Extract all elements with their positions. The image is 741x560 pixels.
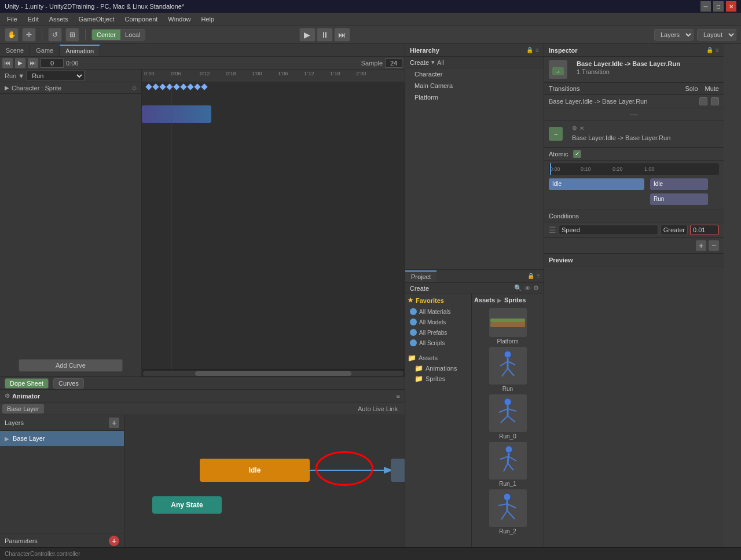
menu-help[interactable]: Help — [196, 14, 219, 24]
toolbar-hand-tool[interactable]: ✋ — [5, 28, 19, 42]
run-node[interactable]: Run — [391, 459, 405, 482]
minimize-button[interactable]: ─ — [700, 1, 711, 12]
dope-sheet-tab[interactable]: Dope Sheet — [5, 378, 49, 389]
keyframe-1[interactable] — [145, 83, 152, 90]
fav-all-materials[interactable]: All Materials — [408, 306, 469, 317]
track-options-icon[interactable]: ◇ — [132, 85, 137, 91]
anim-name-dropdown[interactable]: Run — [27, 71, 85, 81]
toolbar-rotate-tool[interactable]: ↺ — [48, 28, 62, 42]
sprite-animation-block[interactable] — [142, 105, 211, 123]
track-expand-icon[interactable]: ▶ — [5, 85, 9, 91]
menu-gameobject[interactable]: GameObject — [74, 14, 119, 24]
fav-all-scripts[interactable]: All Scripts — [408, 338, 469, 348]
menu-file[interactable]: File — [2, 14, 22, 24]
hierarchy-item-platform[interactable]: Platform — [405, 91, 544, 103]
solo-checkbox[interactable] — [699, 97, 707, 105]
menu-edit[interactable]: Edit — [23, 14, 43, 24]
curves-tab[interactable]: Curves — [53, 378, 84, 389]
transition-detail-close-icon[interactable]: ✕ — [579, 124, 584, 133]
mute-checkbox[interactable] — [711, 97, 719, 105]
toolbar-center-btn[interactable]: Center — [92, 30, 120, 40]
anim-prev-keyframe[interactable]: ⏮ — [2, 58, 13, 68]
condition-drag-handle[interactable]: ☰ — [549, 225, 556, 235]
menu-window[interactable]: Window — [163, 14, 195, 24]
keyframe-2[interactable] — [152, 83, 159, 90]
insp-run-bar[interactable]: Run — [650, 193, 708, 205]
project-settings-icon[interactable]: ⚙ — [533, 284, 539, 292]
keyframe-8[interactable] — [194, 83, 200, 90]
base-layer-tab[interactable]: Base Layer — [2, 404, 44, 413]
atomic-checkbox[interactable]: ✓ — [573, 150, 581, 158]
condition-add-button[interactable]: + — [696, 240, 706, 251]
tab-game[interactable]: Game — [30, 45, 60, 56]
play-button[interactable]: ▶ — [299, 28, 316, 42]
project-menu-icon[interactable]: ≡ — [537, 273, 540, 279]
idle-node[interactable]: Idle — [200, 459, 310, 482]
hierarchy-item-maincamera[interactable]: Main Camera — [405, 80, 544, 91]
hierarchy-item-character[interactable]: Character — [405, 68, 544, 80]
window-controls[interactable]: ─ □ ✕ — [700, 1, 736, 12]
search-icon[interactable]: 🔍 — [514, 284, 522, 292]
toolbar-center-local[interactable]: Center Local — [91, 29, 145, 41]
anim-play[interactable]: ▶ — [15, 58, 25, 68]
scroll-thumb[interactable] — [195, 371, 351, 376]
any-state-node[interactable]: Any State — [152, 496, 222, 514]
insp-playhead[interactable] — [550, 163, 551, 175]
keyframe-9[interactable] — [201, 83, 207, 90]
project-eye-icon[interactable]: 👁 — [524, 285, 531, 292]
menu-assets[interactable]: Assets — [45, 14, 73, 24]
hierarchy-all[interactable]: All — [437, 59, 444, 66]
keyframe-3[interactable] — [159, 83, 166, 90]
sprite-platform[interactable]: Platform — [486, 308, 530, 345]
keyframe-6[interactable] — [180, 83, 186, 90]
transition-detail-settings-icon[interactable]: ⚙ — [572, 124, 577, 133]
timeline-scrollbar[interactable] — [142, 369, 405, 376]
toolbar-local-btn[interactable]: Local — [120, 30, 145, 40]
tab-scene[interactable]: Scene — [0, 45, 30, 56]
sprite-run[interactable]: Run — [486, 347, 530, 392]
maximize-button[interactable]: □ — [713, 1, 724, 12]
anim-time-input[interactable] — [41, 58, 64, 68]
condition-op-dropdown[interactable]: Greater — [661, 225, 688, 235]
animations-folder[interactable]: 📁 Animations — [414, 363, 469, 374]
hierarchy-lock-icon[interactable]: 🔒 — [526, 47, 533, 53]
menu-component[interactable]: Component — [120, 14, 162, 24]
base-layer-item[interactable]: ▶ Base Layer — [0, 431, 124, 446]
project-lock-icon[interactable]: 🔒 — [527, 273, 534, 279]
layout-dropdown[interactable]: Layout — [697, 29, 736, 41]
condition-remove-button[interactable]: − — [709, 240, 719, 251]
close-button[interactable]: ✕ — [726, 1, 736, 12]
assets-folder[interactable]: 📁 Assets — [408, 353, 469, 363]
keyframe-7[interactable] — [187, 83, 193, 90]
auto-live-link[interactable]: Auto Live Link — [353, 404, 402, 413]
sprites-folder[interactable]: 📁 Sprites — [414, 374, 469, 384]
toolbar-scale-tool[interactable]: ⊞ — [65, 28, 79, 42]
keyframe-4[interactable] — [166, 83, 173, 90]
layers-dropdown[interactable]: Layers — [654, 29, 694, 41]
condition-value-input[interactable] — [690, 225, 719, 235]
add-curve-button[interactable]: Add Curve — [19, 359, 123, 372]
tab-animation[interactable]: Animation — [60, 45, 100, 56]
condition-param-dropdown[interactable]: Speed — [559, 225, 658, 235]
project-create-btn[interactable]: Create — [410, 285, 429, 292]
insp-idle-bar2[interactable]: Idle — [650, 178, 708, 190]
sprite-run-0[interactable]: Run_0 — [486, 394, 530, 440]
sample-input[interactable] — [385, 58, 402, 68]
hierarchy-menu-icon[interactable]: ≡ — [535, 47, 539, 53]
sprite-run-2[interactable]: Run_2 — [486, 489, 530, 535]
params-add-button[interactable]: + — [109, 536, 119, 546]
anim-next-keyframe[interactable]: ⏭ — [28, 58, 38, 68]
hierarchy-create[interactable]: Create — [410, 59, 429, 66]
keyframe-5[interactable] — [173, 83, 179, 90]
tab-project[interactable]: Project — [405, 270, 436, 282]
insp-idle-bar[interactable]: Idle — [549, 178, 644, 190]
fav-all-models[interactable]: All Models — [408, 317, 469, 327]
fav-all-prefabs[interactable]: All Prefabs — [408, 327, 469, 338]
pause-button[interactable]: ⏸ — [317, 28, 333, 42]
toolbar-move-tool[interactable]: ✛ — [22, 28, 36, 42]
inspector-menu-icon[interactable]: ≡ — [716, 47, 719, 53]
step-button[interactable]: ⏭ — [334, 28, 350, 42]
layers-add-button[interactable]: + — [109, 418, 119, 428]
animator-close-icon[interactable]: ≡ — [397, 393, 400, 400]
inspector-lock-icon[interactable]: 🔒 — [706, 47, 713, 53]
